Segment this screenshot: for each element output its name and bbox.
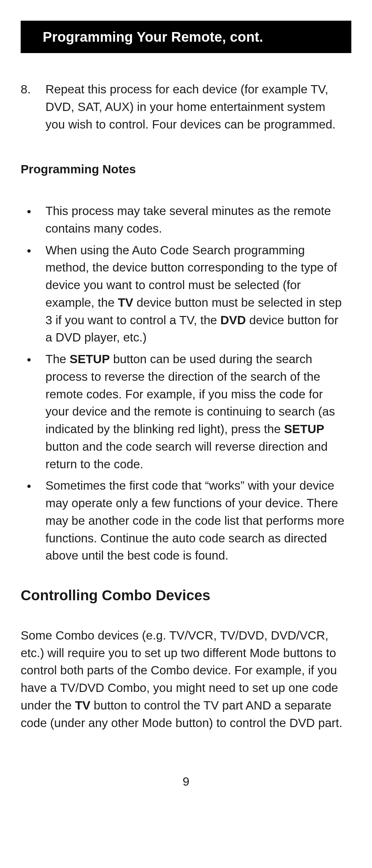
list-item: • This process may take several minutes … bbox=[21, 202, 351, 237]
page-number: 9 bbox=[21, 773, 351, 790]
combo-devices-paragraph: Some Combo devices (e.g. TV/VCR, TV/DVD,… bbox=[21, 627, 351, 732]
bullet-icon: • bbox=[21, 202, 45, 237]
programming-notes-heading: Programming Notes bbox=[21, 161, 351, 178]
bullet-icon: • bbox=[21, 477, 45, 564]
notes-list: • This process may take several minutes … bbox=[21, 202, 351, 564]
list-item: • The SETUP button can be used during th… bbox=[21, 350, 351, 473]
step-number: 8. bbox=[21, 81, 45, 133]
step-text: Repeat this process for each device (for… bbox=[45, 81, 348, 133]
bullet-icon: • bbox=[21, 350, 45, 473]
section-header: Programming Your Remote, cont. bbox=[21, 21, 351, 53]
list-item: • Sometimes the first code that “works” … bbox=[21, 477, 351, 564]
note-text-3: The SETUP button can be used during the … bbox=[45, 350, 348, 473]
note-text-1: This process may take several minutes as… bbox=[45, 202, 348, 237]
bullet-icon: • bbox=[21, 242, 45, 347]
list-item: • When using the Auto Code Search progra… bbox=[21, 242, 351, 347]
note-text-2: When using the Auto Code Search programm… bbox=[45, 242, 348, 347]
combo-devices-heading: Controlling Combo Devices bbox=[21, 585, 351, 606]
note-text-4: Sometimes the first code that “works” wi… bbox=[45, 477, 348, 564]
numbered-step-8: 8. Repeat this process for each device (… bbox=[21, 81, 351, 133]
